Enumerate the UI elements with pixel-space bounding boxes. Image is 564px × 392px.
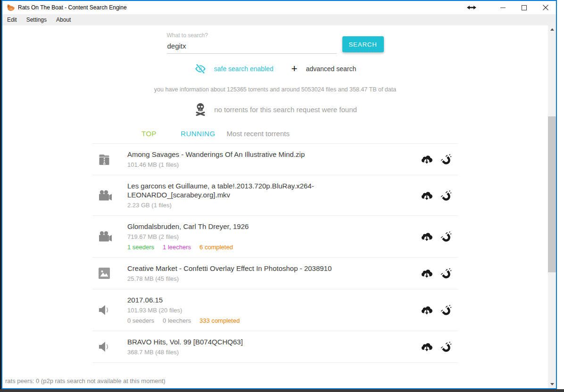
cloud-download-icon xyxy=(421,231,433,242)
tab-running[interactable]: RUNNING xyxy=(181,130,216,138)
magnet-icon xyxy=(440,304,452,316)
torrent-size: 101.46 MB (1 files) xyxy=(127,161,363,169)
scroll-down-button[interactable] xyxy=(548,380,556,388)
plus-icon: + xyxy=(291,64,298,74)
torrent-stat: 333 completed xyxy=(199,317,240,324)
torrent-size: 101.93 MB (20 files) xyxy=(127,306,363,314)
content-area: What to search? SEARCH safe search enabl… xyxy=(2,25,556,388)
torrent-stat: 0 seeders xyxy=(127,317,154,324)
video-camera-icon xyxy=(98,231,112,242)
torrent-row[interactable]: Among Savages - Wanderings Of An Illustr… xyxy=(92,144,458,175)
torrent-title: Glomdalsbruden, Carl Th Dreyer, 1926 xyxy=(127,222,363,231)
empty-state: no torrents for this search request were… xyxy=(2,102,548,116)
empty-state-message: no torrents for this search request were… xyxy=(214,106,357,114)
torrent-title: 2017.06.15 xyxy=(127,295,363,304)
resize-button[interactable] xyxy=(461,1,482,14)
menu-item-settings[interactable]: Settings xyxy=(22,14,51,25)
torrent-title: Among Savages - Wanderings Of An Illustr… xyxy=(127,150,363,159)
torrent-row[interactable]: Glomdalsbruden, Carl Th Dreyer, 1926 719… xyxy=(92,216,458,258)
torrent-row[interactable]: Les garcons et Guillaume, a table!.2013.… xyxy=(92,175,458,216)
torrent-title: Creative Market - Confetti Overlay Effec… xyxy=(127,264,363,273)
tab-top[interactable]: TOP xyxy=(141,130,157,138)
magnet-button[interactable] xyxy=(439,230,452,243)
torrent-size: 25.78 MB (45 files) xyxy=(127,275,363,283)
minimize-button[interactable] xyxy=(492,1,514,14)
eye-off-icon xyxy=(194,63,207,74)
cloud-download-icon xyxy=(421,154,433,165)
download-button[interactable] xyxy=(420,267,433,280)
close-icon xyxy=(543,5,548,10)
search-label: What to search? xyxy=(167,32,337,39)
menu-item-edit[interactable]: Edit xyxy=(2,14,22,25)
safe-search-toggle[interactable]: safe search enabled xyxy=(194,63,274,74)
safe-search-label: safe search enabled xyxy=(214,65,274,73)
triangle-down-icon xyxy=(550,383,554,385)
window-title: Rats On The Boat - Content Search Engine xyxy=(18,4,127,11)
torrent-size: 368.7 MB (48 files) xyxy=(127,348,363,356)
search-button[interactable]: SEARCH xyxy=(342,36,384,52)
torrent-size: 2.23 GB (1 files) xyxy=(127,201,363,209)
scrollbar[interactable] xyxy=(548,25,556,388)
close-button[interactable] xyxy=(535,1,556,14)
magnet-icon xyxy=(440,341,452,353)
app-window: Rats On The Boat - Content Search Engine xyxy=(1,0,557,389)
torrent-row[interactable]: 2017.06.15 101.93 MB (20 files) 0 seeder… xyxy=(92,289,458,331)
audio-speaker-icon xyxy=(98,304,111,316)
magnet-icon xyxy=(440,267,452,279)
cloud-download-icon xyxy=(421,268,433,279)
torrent-row[interactable]: BRAVO Hits, Vol. 99 [B074QCHQ63] 368.7 M… xyxy=(92,331,458,363)
download-button[interactable] xyxy=(420,303,433,317)
magnet-button[interactable] xyxy=(439,303,452,317)
database-info-line: you have information about 125365 torren… xyxy=(2,86,548,93)
maximize-button[interactable] xyxy=(514,1,535,14)
torrent-list: Among Savages - Wanderings Of An Illustr… xyxy=(92,143,458,363)
magnet-icon xyxy=(440,153,452,165)
magnet-button[interactable] xyxy=(439,267,452,280)
advanced-search-label: advanced search xyxy=(306,65,357,73)
video-camera-icon xyxy=(98,190,112,201)
scroll-up-button[interactable] xyxy=(548,25,556,33)
cloud-download-icon xyxy=(421,341,433,352)
desktop-edge-bottom xyxy=(0,389,564,392)
horizontal-resize-icon xyxy=(467,5,476,10)
titlebar[interactable]: Rats On The Boat - Content Search Engine xyxy=(2,1,556,14)
cloud-download-icon xyxy=(421,304,433,316)
download-button[interactable] xyxy=(420,340,433,353)
tab-most-recent[interactable]: Most recent torrents xyxy=(227,130,290,138)
torrent-stat: 1 leechers xyxy=(163,244,191,251)
download-button[interactable] xyxy=(420,153,433,166)
torrent-stats: 0 seeders0 leechers333 completed xyxy=(127,317,363,325)
scroll-thumb[interactable] xyxy=(548,116,556,272)
rat-logo-icon xyxy=(6,3,15,12)
torrent-size: 719.67 MB (2 files) xyxy=(127,233,363,241)
torrent-title: BRAVO Hits, Vol. 99 [B074QCHQ63] xyxy=(127,337,363,346)
magnet-icon xyxy=(440,230,452,243)
torrent-stats: 1 seeders1 leechers6 completed xyxy=(127,244,363,251)
download-button[interactable] xyxy=(420,230,433,243)
cloud-download-icon xyxy=(421,190,433,201)
search-section: What to search? SEARCH xyxy=(167,32,384,54)
triangle-up-icon xyxy=(550,28,554,31)
maximize-icon xyxy=(522,5,527,10)
download-button[interactable] xyxy=(420,189,433,202)
tabs-row: TOP RUNNING Most recent torrents xyxy=(92,125,458,143)
menu-bar: Edit Settings About xyxy=(2,14,556,25)
archive-icon xyxy=(98,153,111,166)
magnet-button[interactable] xyxy=(439,340,452,353)
status-bar: rats peers: 0 (p2p rats search not avail… xyxy=(3,376,167,385)
audio-speaker-icon xyxy=(98,341,111,353)
search-input[interactable] xyxy=(167,42,337,54)
magnet-button[interactable] xyxy=(439,153,452,166)
magnet-button[interactable] xyxy=(439,189,452,202)
torrent-stat: 1 seeders xyxy=(127,244,154,251)
image-icon xyxy=(98,267,110,279)
menu-item-about[interactable]: About xyxy=(51,14,75,25)
torrent-stat: 0 leechers xyxy=(163,317,191,324)
torrent-row[interactable]: Creative Market - Confetti Overlay Effec… xyxy=(92,258,458,289)
minimize-icon xyxy=(500,5,506,10)
skull-crossbones-icon xyxy=(193,102,207,116)
torrent-stat: 6 completed xyxy=(199,244,233,251)
magnet-icon xyxy=(440,189,452,202)
torrent-title: Les garcons et Guillaume, a table!.2013.… xyxy=(127,181,363,199)
advanced-search-button[interactable]: + advanced search xyxy=(291,64,357,74)
